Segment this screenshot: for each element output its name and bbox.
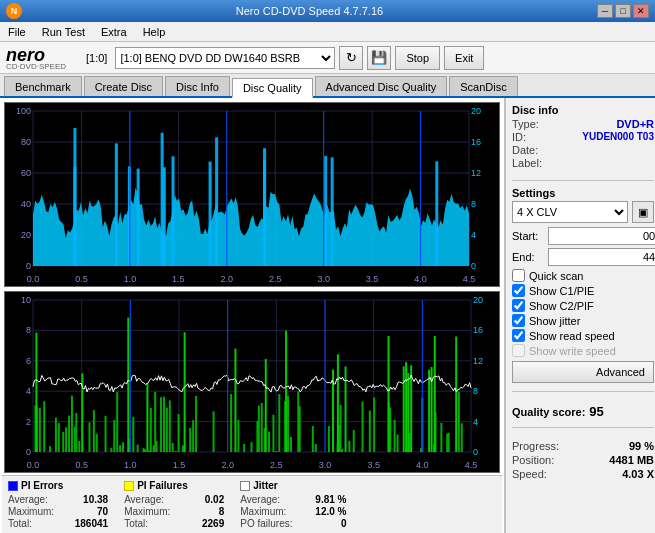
speed-value: 4.03 X <box>622 468 654 480</box>
app-icon: N <box>6 3 22 19</box>
stop-button[interactable]: Stop <box>395 46 440 70</box>
pi-failures-header: PI Failures <box>137 480 188 491</box>
save-icon[interactable]: 💾 <box>367 46 391 70</box>
pi-failures-total-label: Total: <box>124 518 148 529</box>
advanced-button[interactable]: Advanced <box>512 361 654 383</box>
type-value: DVD+R <box>616 118 654 130</box>
quality-score-label: Quality score: <box>512 406 585 418</box>
show-jitter-checkbox[interactable] <box>512 314 525 327</box>
progress-label: Progress: <box>512 440 559 452</box>
jitter-max-val: 12.0 % <box>297 506 347 517</box>
pi-errors-total-label: Total: <box>8 518 32 529</box>
pi-errors-header: PI Errors <box>21 480 63 491</box>
pi-failures-total-val: 2269 <box>174 518 224 529</box>
end-row: End: <box>512 248 654 266</box>
menu-run-test[interactable]: Run Test <box>38 24 89 40</box>
pi-errors-avg-label: Average: <box>8 494 48 505</box>
jitter-max-label: Maximum: <box>240 506 286 517</box>
menu-help[interactable]: Help <box>139 24 170 40</box>
pie-chart <box>4 102 500 287</box>
show-c2pif-row: Show C2/PIF <box>512 299 654 312</box>
tab-advanced-disc-quality[interactable]: Advanced Disc Quality <box>315 76 448 96</box>
toolbar: nero CD·DVD·SPEED [1:0] [1:0] BENQ DVD D… <box>0 42 655 74</box>
start-input[interactable] <box>548 227 655 245</box>
svg-text:CD·DVD·SPEED: CD·DVD·SPEED <box>6 62 66 71</box>
main-content: PI Errors Average: 10.38 Maximum: 70 Tot… <box>0 98 655 533</box>
tab-benchmark[interactable]: Benchmark <box>4 76 82 96</box>
show-c1pie-row: Show C1/PIE <box>512 284 654 297</box>
pi-failures-stats: PI Failures Average: 0.02 Maximum: 8 Tot… <box>124 480 224 529</box>
show-jitter-row: Show jitter <box>512 314 654 327</box>
show-read-speed-checkbox[interactable] <box>512 329 525 342</box>
tab-disc-quality[interactable]: Disc Quality <box>232 78 313 98</box>
pi-failures-max-label: Maximum: <box>124 506 170 517</box>
show-jitter-label: Show jitter <box>529 315 580 327</box>
position-label: Position: <box>512 454 554 466</box>
end-input[interactable] <box>548 248 655 266</box>
right-panel: Disc info Type: DVD+R ID: YUDEN000 T03 D… <box>505 98 655 533</box>
disc-info-title: Disc info <box>512 104 654 116</box>
disc-info-section: Disc info Type: DVD+R ID: YUDEN000 T03 D… <box>512 104 654 170</box>
show-c2pif-checkbox[interactable] <box>512 299 525 312</box>
menu-file[interactable]: File <box>4 24 30 40</box>
tab-scandisc[interactable]: ScanDisc <box>449 76 517 96</box>
show-write-speed-checkbox[interactable] <box>512 344 525 357</box>
chart-area: PI Errors Average: 10.38 Maximum: 70 Tot… <box>0 98 505 533</box>
drive-selector[interactable]: [1:0] BENQ DVD DD DW1640 BSRB <box>115 47 335 69</box>
jitter-color <box>240 481 250 491</box>
window-controls: ─ □ ✕ <box>597 4 649 18</box>
show-write-speed-row: Show write speed <box>512 344 654 357</box>
jitter-avg-val: 9.81 % <box>297 494 347 505</box>
end-label: End: <box>512 251 544 263</box>
settings-section: Settings 4 X CLV ▣ Start: End: Quick sca… <box>512 187 654 383</box>
label-label: Label: <box>512 157 542 169</box>
pi-failures-max-val: 8 <box>174 506 224 517</box>
quality-section: Quality score: 95 <box>512 404 654 419</box>
speed-icon-btn[interactable]: ▣ <box>632 201 654 223</box>
nero-logo: nero CD·DVD·SPEED <box>6 43 76 73</box>
window-title: Nero CD-DVD Speed 4.7.7.16 <box>22 5 597 17</box>
maximize-button[interactable]: □ <box>615 4 631 18</box>
refresh-icon[interactable]: ↻ <box>339 46 363 70</box>
show-c1pie-checkbox[interactable] <box>512 284 525 297</box>
pi-failures-color <box>124 481 134 491</box>
id-label: ID: <box>512 131 526 143</box>
progress-value: 99 % <box>629 440 654 452</box>
quick-scan-row: Quick scan <box>512 269 654 282</box>
type-label: Type: <box>512 118 539 130</box>
drive-label: [1:0] <box>86 52 107 64</box>
show-c1pie-label: Show C1/PIE <box>529 285 594 297</box>
position-value: 4481 MB <box>609 454 654 466</box>
close-button[interactable]: ✕ <box>633 4 649 18</box>
tab-create-disc[interactable]: Create Disc <box>84 76 163 96</box>
pi-errors-stats: PI Errors Average: 10.38 Maximum: 70 Tot… <box>8 480 108 529</box>
po-failures-val: 0 <box>297 518 347 529</box>
jitter-header: Jitter <box>253 480 277 491</box>
pi-errors-color <box>8 481 18 491</box>
pi-errors-max-val: 70 <box>58 506 108 517</box>
titlebar: N Nero CD-DVD Speed 4.7.7.16 ─ □ ✕ <box>0 0 655 22</box>
stats-bar: PI Errors Average: 10.38 Maximum: 70 Tot… <box>2 475 502 533</box>
pi-errors-max-label: Maximum: <box>8 506 54 517</box>
start-row: Start: <box>512 227 654 245</box>
tab-disc-info[interactable]: Disc Info <box>165 76 230 96</box>
progress-section: Progress: 99 % Position: 4481 MB Speed: … <box>512 440 654 482</box>
show-read-speed-row: Show read speed <box>512 329 654 342</box>
pi-failures-avg-val: 0.02 <box>174 494 224 505</box>
exit-button[interactable]: Exit <box>444 46 484 70</box>
speed-selector[interactable]: 4 X CLV <box>512 201 628 223</box>
menu-extra[interactable]: Extra <box>97 24 131 40</box>
quick-scan-checkbox[interactable] <box>512 269 525 282</box>
jitter-avg-label: Average: <box>240 494 280 505</box>
show-c2pif-label: Show C2/PIF <box>529 300 594 312</box>
date-label: Date: <box>512 144 538 156</box>
show-write-speed-label: Show write speed <box>529 345 616 357</box>
id-value: YUDEN000 T03 <box>582 131 654 143</box>
settings-title: Settings <box>512 187 654 199</box>
start-label: Start: <box>512 230 544 242</box>
quality-score-value: 95 <box>589 404 603 419</box>
show-read-speed-label: Show read speed <box>529 330 615 342</box>
jitter-chart <box>4 291 500 473</box>
minimize-button[interactable]: ─ <box>597 4 613 18</box>
jitter-stats: Jitter Average: 9.81 % Maximum: 12.0 % P… <box>240 480 346 529</box>
